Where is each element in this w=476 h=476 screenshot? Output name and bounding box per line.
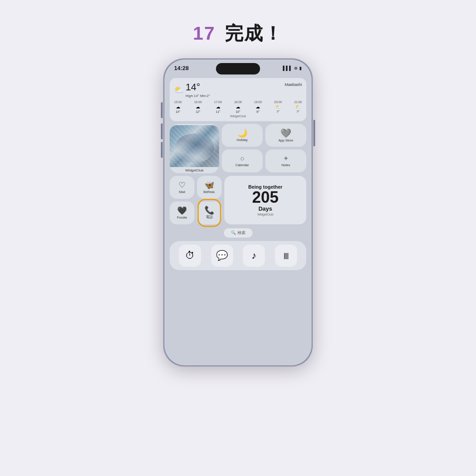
marble-texture [170, 125, 219, 167]
weather-hourly: 15:00☁14° 16:00☁12° 17:00☁11° 18:00☁10° … [174, 100, 302, 113]
status-icons: ▌▌▌ ⊕ ▮ [283, 66, 302, 71]
bereal-icon[interactable]: 🦋 BeReal. [197, 176, 222, 199]
weather-credit: WidgetClub [174, 115, 302, 118]
battery-icon: ▮ [299, 66, 302, 71]
phone-screen: 14:28 ▌▌▌ ⊕ ▮ ⛅ 14° High:14° Min:2 [164, 60, 312, 365]
phone-mockup: 14:28 ▌▌▌ ⊕ ▮ ⛅ 14° High:14° Min:2 [163, 58, 313, 367]
dock-clock-icon[interactable]: ⏱ [179, 245, 201, 267]
tally-icon: |||| [283, 252, 288, 259]
messages-icon: 💬 [216, 250, 228, 261]
phone-icon[interactable]: 📞 電話 [197, 201, 222, 224]
bereal-label: BeReal. [204, 190, 216, 194]
foodie-label: Foodie [177, 216, 187, 219]
weather-widget: ⛅ 14° High:14° Min:2° Maebashi 15:00☁14°… [170, 78, 306, 121]
status-time: 14:28 [174, 65, 189, 71]
holiday-label: Holiday [237, 138, 248, 142]
clock-icon: ⏱ [185, 250, 195, 261]
music-icon: ♪ [252, 250, 257, 261]
being-together-days: 205 [252, 190, 279, 205]
dock-tally-icon[interactable]: |||| [275, 245, 297, 267]
search-label: 検索 [238, 230, 245, 236]
weather-highlow: High:14° Min:2° [186, 94, 210, 98]
appstore-label: App Store [279, 138, 293, 142]
search-bar-area: 🔍 検索 [170, 228, 306, 238]
weather-city: Maebashi [285, 82, 302, 87]
dock-music-icon[interactable]: ♪ [243, 245, 265, 267]
moon-icon: 🌙 [238, 129, 247, 137]
dock-messages-icon[interactable]: 💬 [211, 245, 233, 267]
calendar-icon[interactable]: ○ Calendar [222, 149, 263, 172]
being-together-days-label: Days [258, 205, 272, 212]
widgetclub-label: WidgetClub [185, 167, 203, 173]
step-label: 完成！ [225, 23, 283, 44]
signal-icon: ▌▌▌ [283, 66, 292, 71]
star-sparkle-icon: ✦ [283, 155, 289, 162]
butterfly-icon: 🦋 [205, 181, 214, 189]
app-grid-2: ♡ Mail 🦋 BeReal. 🖤 Foodie [170, 176, 222, 224]
calendar-label: Calendar [235, 163, 249, 167]
small-app-grid: 🌙 Holiday 🩶 App Store ○ Calendar ✦ Notes [222, 124, 306, 172]
holiday-icon[interactable]: 🌙 Holiday [222, 124, 263, 147]
weather-cloud-icon: ⛅ [174, 85, 184, 95]
wifi-icon: ⊕ [294, 66, 298, 71]
search-icon: 🔍 [231, 231, 236, 235]
appstore-icon[interactable]: 🩶 App Store [265, 124, 306, 147]
heart-outline-icon: ♡ [178, 181, 186, 189]
widgetclub-large-widget[interactable]: WidgetClub [170, 124, 219, 173]
phone-handset-icon: 📞 [205, 206, 214, 214]
page-title: 17 完成！ [193, 21, 283, 46]
app-row-2: ♡ Mail 🦋 BeReal. 🖤 Foodie [170, 176, 306, 224]
ring-icon: ○ [240, 155, 245, 162]
mail-icon[interactable]: ♡ Mail [170, 176, 194, 199]
dynamic-island [216, 63, 260, 74]
notes-label: Notes [282, 163, 290, 167]
heart-3d-icon: 🩶 [280, 129, 291, 138]
step-number: 17 [193, 23, 216, 44]
phone-label: 電話 [206, 215, 213, 219]
phone-app-container: 📞 電話 [197, 201, 222, 224]
being-together-widget: Being together 205 Days WidgetClub [224, 176, 306, 224]
dock: ⏱ 💬 ♪ |||| [170, 241, 306, 270]
black-heart-icon: 🖤 [177, 207, 187, 215]
being-together-credit: WidgetClub [257, 213, 273, 216]
status-bar-area: 14:28 ▌▌▌ ⊕ ▮ [164, 60, 312, 76]
app-row-1: WidgetClub 🌙 Holiday 🩶 App Store ○ Calen… [170, 124, 306, 173]
notes-icon[interactable]: ✦ Notes [265, 149, 306, 172]
mail-label: Mail [179, 190, 185, 194]
search-pill[interactable]: 🔍 検索 [224, 228, 253, 238]
weather-temp: 14° [186, 82, 200, 93]
foodie-icon[interactable]: 🖤 Foodie [170, 201, 194, 224]
screen-content: ⛅ 14° High:14° Min:2° Maebashi 15:00☁14°… [164, 76, 312, 365]
